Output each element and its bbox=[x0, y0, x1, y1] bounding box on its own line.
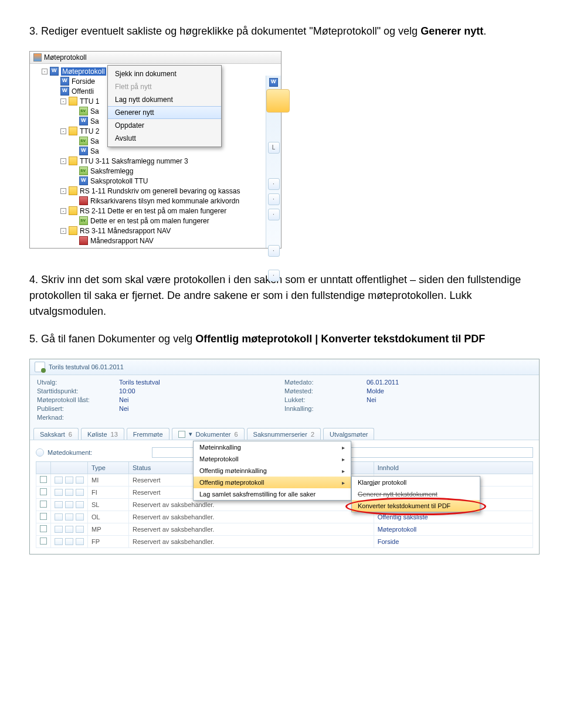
expand-toggle[interactable]: - bbox=[60, 208, 66, 214]
row-checkbox-cell[interactable] bbox=[36, 511, 51, 523]
row-action-icon[interactable] bbox=[55, 513, 63, 521]
context-menu-item[interactable]: Avslutt bbox=[108, 132, 221, 145]
expand-toggle[interactable]: - bbox=[60, 98, 66, 104]
tree-item[interactable]: Riksarkivarens tilsyn med kommunale arki… bbox=[32, 196, 279, 206]
dropdown-item-label: Lag samlet saksfremstilling for alle sak… bbox=[199, 491, 316, 498]
w-icon bbox=[79, 147, 88, 155]
tree-item[interactable]: -TTU 3-11 Saksframlegg nummer 3 bbox=[32, 156, 279, 166]
gutter-l-button[interactable]: L bbox=[268, 142, 280, 154]
tab-saksnummerserier[interactable]: Saksnummerserier2 bbox=[247, 428, 321, 440]
context-menu-item[interactable]: Lag nytt dokument bbox=[108, 93, 221, 106]
tree-item[interactable]: -RS 1-11 Rundskriv om generell bevaring … bbox=[32, 186, 279, 196]
row-checkbox-cell[interactable] bbox=[36, 536, 51, 548]
y-icon bbox=[69, 186, 77, 195]
cell-innhold[interactable]: Forside bbox=[374, 536, 533, 548]
table-header[interactable]: Type bbox=[88, 462, 129, 474]
row-action-icon[interactable] bbox=[55, 489, 63, 496]
row-checkbox-cell[interactable] bbox=[36, 523, 51, 536]
tree-item[interactable]: -RS 2-11 Dette er en test på om malen fu… bbox=[32, 206, 279, 216]
table-header[interactable] bbox=[36, 462, 51, 474]
cell-innhold[interactable]: Offentlig saksliste bbox=[374, 511, 533, 523]
tree-item[interactable]: Sa bbox=[32, 146, 279, 156]
row-action-icon[interactable] bbox=[55, 526, 63, 533]
tree-item[interactable]: Månedsrapport NAV bbox=[32, 236, 279, 246]
refresh-icon[interactable] bbox=[36, 448, 44, 457]
tree-window-title: Møteprotokoll bbox=[44, 53, 87, 62]
table-header[interactable]: Innhold bbox=[374, 462, 533, 474]
tree-item[interactable]: Saksprotokoll TTU bbox=[32, 176, 279, 186]
context-menu-item[interactable]: Sjekk inn dokument bbox=[108, 67, 221, 80]
tab-sakskart[interactable]: Sakskart6 bbox=[33, 428, 79, 440]
tab-dokumenter[interactable]: ▾Dokumenter6 bbox=[172, 428, 245, 440]
row-checkbox-cell[interactable] bbox=[36, 474, 51, 487]
gutter-button-1[interactable]: · bbox=[268, 178, 280, 190]
expand-toggle[interactable]: - bbox=[60, 188, 66, 194]
row-action-icon[interactable] bbox=[76, 501, 84, 508]
row-action-icon[interactable] bbox=[65, 538, 73, 545]
row-action-icon[interactable] bbox=[76, 477, 84, 484]
expand-toggle[interactable]: - bbox=[60, 158, 66, 164]
field-innk-value bbox=[367, 405, 532, 412]
expand-toggle[interactable]: - bbox=[60, 128, 66, 134]
submenu-item[interactable]: Generer nytt tekstdokument bbox=[352, 488, 480, 500]
row-action-icon[interactable] bbox=[55, 477, 63, 484]
row-action-icon[interactable] bbox=[76, 489, 84, 496]
checkbox[interactable] bbox=[40, 501, 47, 508]
row-action-icon[interactable] bbox=[65, 501, 73, 508]
gutter-button-2[interactable]: · bbox=[268, 193, 280, 205]
context-menu: Sjekk inn dokumentFlett på nyttLag nytt … bbox=[107, 65, 222, 147]
context-menu-item[interactable]: Generer nytt bbox=[108, 106, 221, 119]
row-action-icon[interactable] bbox=[65, 513, 73, 521]
row-action-icon[interactable] bbox=[76, 526, 84, 533]
dropdown-item[interactable]: Offentlig møteprotokoll▸ bbox=[194, 477, 351, 488]
tree-item[interactable]: Dette er en test på om malen fungerer bbox=[32, 216, 279, 226]
tree-item-label: Møteprotokoll bbox=[61, 67, 106, 76]
ribbon-button[interactable] bbox=[266, 89, 290, 113]
context-menu-item[interactable]: Oppdater bbox=[108, 119, 221, 132]
field-publ-label: Publisert: bbox=[37, 405, 119, 412]
tree-item-label: Sa bbox=[90, 117, 99, 125]
tab-fremmøte[interactable]: Fremmøte bbox=[127, 428, 169, 440]
submenu-item[interactable]: Konverter tekstdokument til PDF bbox=[352, 500, 480, 512]
row-action-icon[interactable] bbox=[55, 501, 63, 508]
checkbox[interactable] bbox=[40, 476, 47, 483]
gutter-button-5[interactable]: · bbox=[268, 270, 280, 281]
expand-toggle[interactable]: - bbox=[42, 69, 48, 74]
tab-køliste[interactable]: Køliste13 bbox=[81, 428, 124, 440]
tree-item-label: Offentli bbox=[72, 87, 94, 96]
table-row[interactable]: OLReservert av saksbehandler.Offentlig s… bbox=[36, 511, 533, 523]
checkbox[interactable] bbox=[40, 488, 47, 495]
dropdown-item[interactable]: Lag samlet saksfremstilling for alle sak… bbox=[194, 488, 351, 500]
dropdown-item[interactable]: Møteprotokoll▸ bbox=[194, 453, 351, 465]
tree-item[interactable]: Saksfremlegg bbox=[32, 166, 279, 176]
context-menu-item: Flett på nytt bbox=[108, 80, 221, 93]
field-merk-label: Merknad: bbox=[37, 414, 119, 421]
submenu-item[interactable]: Klargjør protokoll bbox=[352, 477, 480, 488]
cell-innhold[interactable]: Møteprotokoll bbox=[374, 523, 533, 536]
gutter-button-3[interactable]: · bbox=[268, 209, 280, 220]
meeting-doc-icon bbox=[35, 362, 45, 372]
dropdown-item[interactable]: Møteinnkalling▸ bbox=[194, 441, 351, 453]
checkbox[interactable] bbox=[40, 538, 47, 545]
tab-count: 6 bbox=[69, 431, 72, 438]
tab-utvalgsmøter[interactable]: Utvalgsmøter bbox=[323, 428, 374, 440]
checkbox[interactable] bbox=[40, 513, 47, 520]
row-action-icon[interactable] bbox=[55, 538, 63, 545]
dropdown-item[interactable]: Offentlig møteinnkalling▸ bbox=[194, 465, 351, 477]
gutter-button-4[interactable]: · bbox=[268, 245, 280, 257]
field-utvalg-value: Torils testutval bbox=[119, 379, 284, 386]
row-checkbox-cell[interactable] bbox=[36, 499, 51, 511]
row-action-icon[interactable] bbox=[76, 513, 84, 521]
checkbox[interactable] bbox=[40, 525, 47, 532]
row-action-icon[interactable] bbox=[65, 477, 73, 484]
row-action-icon[interactable] bbox=[65, 489, 73, 496]
table-header[interactable] bbox=[51, 462, 88, 474]
expand-toggle[interactable]: - bbox=[60, 228, 66, 234]
row-action-icon[interactable] bbox=[76, 538, 84, 545]
row-action-icon[interactable] bbox=[65, 526, 73, 533]
tree-item[interactable]: -RS 3-11 Månedsrapport NAV bbox=[32, 226, 279, 236]
row-icons-cell bbox=[51, 536, 88, 548]
table-row[interactable]: MPReservert av saksbehandler.Møteprotoko… bbox=[36, 523, 533, 536]
row-checkbox-cell[interactable] bbox=[36, 487, 51, 499]
table-row[interactable]: FPReservert av saksbehandler.Forside bbox=[36, 536, 533, 548]
